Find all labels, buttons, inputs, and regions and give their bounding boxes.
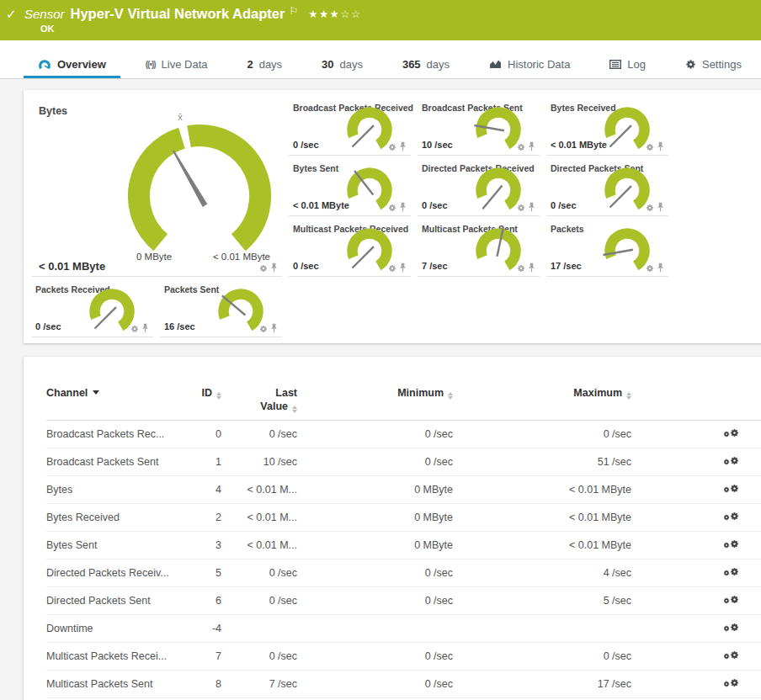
tile-pin-icon[interactable]: [528, 141, 535, 151]
tab-settings[interactable]: Settings: [671, 50, 756, 78]
tab-label: Historic Data: [508, 58, 570, 71]
tile-gear-icon[interactable]: [259, 264, 268, 273]
channel-name[interactable]: Downtime: [46, 623, 181, 634]
channel-name[interactable]: Directed Packets Receiv...: [46, 567, 181, 579]
tile-gear-icon[interactable]: [388, 143, 396, 151]
tile-pin-icon[interactable]: [657, 202, 664, 212]
table-row: Directed Packets Receiv...50 /sec0 /sec4…: [46, 559, 761, 587]
gauge-tile-packets: Packets 17 /sec: [546, 216, 668, 277]
tile-pin-icon[interactable]: [657, 141, 664, 151]
channel-settings-icon[interactable]: [723, 567, 739, 579]
channel-id: 5: [181, 567, 221, 579]
channel-settings-icon[interactable]: [723, 484, 739, 496]
tile-gear-icon[interactable]: [517, 264, 525, 273]
tab-log[interactable]: Log: [595, 50, 660, 78]
channel-settings-icon[interactable]: [723, 650, 739, 662]
gauge-tile-packets-sent: Packets Sent 16 /sec: [160, 277, 282, 337]
tab-label: days: [340, 58, 363, 71]
table-row: Broadcast Packets Sent110 /sec0 /sec51 /…: [46, 448, 761, 476]
tab-bar: Overview((•))Live Data2days30days365days…: [0, 40, 761, 79]
log-icon: [609, 60, 621, 69]
tab-label: days: [427, 58, 450, 71]
sensor-header: ✓ Sensor Hyper-V Virtual Network Adapter…: [0, 0, 761, 40]
channel-name[interactable]: Bytes: [46, 484, 181, 496]
tab-live-data[interactable]: ((•))Live Data: [131, 50, 222, 78]
tab-label: days: [259, 58, 282, 71]
flag-icon[interactable]: ⚐: [289, 5, 298, 17]
col-header-maximum[interactable]: Maximum: [453, 387, 631, 400]
gauge-value: 0 /sec: [422, 200, 448, 210]
tile-pin-icon[interactable]: [399, 262, 407, 273]
status-check-icon: ✓: [6, 7, 19, 22]
channel-maximum: 51 /sec: [453, 456, 631, 468]
tile-pin-icon[interactable]: [399, 202, 407, 212]
channel-id: 0: [181, 428, 221, 440]
channel-minimum: 0 MByte: [297, 539, 453, 551]
bytes-gauge: x̄: [111, 114, 288, 265]
col-header-id[interactable]: ID: [181, 387, 221, 400]
channel-settings-icon[interactable]: [723, 456, 739, 468]
table-row: Bytes4< 0.01 M...0 MByte< 0.01 MByte: [46, 476, 761, 504]
tab-365-days[interactable]: 365days: [388, 50, 464, 78]
tile-gear-icon[interactable]: [646, 143, 654, 151]
tab-historic-data[interactable]: Historic Data: [475, 50, 584, 78]
channels-panel: Channel ID Last Value Minimum Maximum Br…: [24, 357, 761, 700]
table-row: Bytes Sent3< 0.01 M...0 MByte< 0.01 MByt…: [46, 532, 761, 559]
channel-settings-cell: [631, 484, 761, 496]
tile-pin-icon[interactable]: [528, 202, 535, 212]
gauge-value: < 0.01 MByte: [39, 260, 105, 273]
tile-pin-icon[interactable]: [528, 262, 535, 273]
channel-name[interactable]: Bytes Received: [46, 512, 181, 523]
channel-minimum: 0 /sec: [297, 428, 453, 440]
channel-settings-icon[interactable]: [723, 512, 739, 523]
channel-maximum: < 0.01 MByte: [453, 539, 631, 551]
tile-gear-icon[interactable]: [646, 204, 654, 212]
tile-pin-icon[interactable]: [657, 262, 664, 273]
channel-name[interactable]: Broadcast Packets Rec...: [46, 428, 181, 440]
tile-pin-icon[interactable]: [141, 323, 149, 333]
channel-last-value: 0 /sec: [221, 428, 297, 440]
channel-name[interactable]: Multicast Packets Sent: [46, 678, 181, 690]
channel-minimum: 0 /sec: [297, 456, 453, 468]
gauge-value: 17 /sec: [551, 261, 582, 271]
tile-pin-icon[interactable]: [270, 323, 278, 333]
channel-maximum: 4 /sec: [453, 567, 631, 579]
channel-name[interactable]: Directed Packets Sent: [46, 595, 181, 607]
tile-gear-icon[interactable]: [646, 264, 654, 273]
table-row: Multicast Packets Sent87 /sec0 /sec17 /s…: [46, 671, 761, 698]
channel-settings-icon[interactable]: [723, 595, 739, 607]
channel-settings-icon[interactable]: [723, 539, 739, 551]
gauge-title: Bytes Sent: [293, 163, 338, 173]
tile-actions: [130, 323, 149, 333]
tile-gear-icon[interactable]: [259, 325, 268, 333]
channel-settings-icon[interactable]: [723, 623, 739, 634]
sensor-title: Hyper-V Virtual Network Adapter: [71, 6, 285, 22]
channel-id: -4: [181, 623, 221, 634]
tab-30-days[interactable]: 30days: [307, 50, 377, 78]
tile-gear-icon[interactable]: [388, 204, 396, 212]
col-header-channel[interactable]: Channel: [46, 387, 181, 399]
channel-settings-cell: [631, 650, 761, 662]
tab-2-days[interactable]: 2days: [232, 50, 296, 78]
channel-settings-cell: [631, 512, 761, 523]
channel-settings-icon[interactable]: [723, 428, 739, 440]
channel-name[interactable]: Multicast Packets Recei...: [46, 650, 181, 662]
tab-label: Live Data: [162, 58, 208, 71]
tile-gear-icon[interactable]: [130, 325, 139, 333]
tab-overview[interactable]: Overview: [24, 50, 120, 78]
tile-gear-icon[interactable]: [517, 143, 525, 151]
tile-actions: [388, 262, 407, 273]
tile-gear-icon[interactable]: [517, 204, 525, 212]
channel-settings-icon[interactable]: [723, 678, 739, 690]
channel-name[interactable]: Bytes Sent: [46, 539, 181, 551]
tile-pin-icon[interactable]: [270, 262, 278, 273]
channel-minimum: 0 /sec: [297, 595, 453, 607]
tile-gear-icon[interactable]: [388, 264, 396, 273]
col-header-last-value[interactable]: Last Value: [221, 387, 297, 413]
sort-icon: [626, 392, 631, 400]
col-header-minimum[interactable]: Minimum: [297, 387, 453, 400]
tab-label: Log: [627, 58, 646, 71]
tile-pin-icon[interactable]: [399, 141, 407, 151]
channel-name[interactable]: Broadcast Packets Sent: [46, 456, 181, 468]
priority-stars[interactable]: ★★★☆☆: [308, 8, 362, 20]
